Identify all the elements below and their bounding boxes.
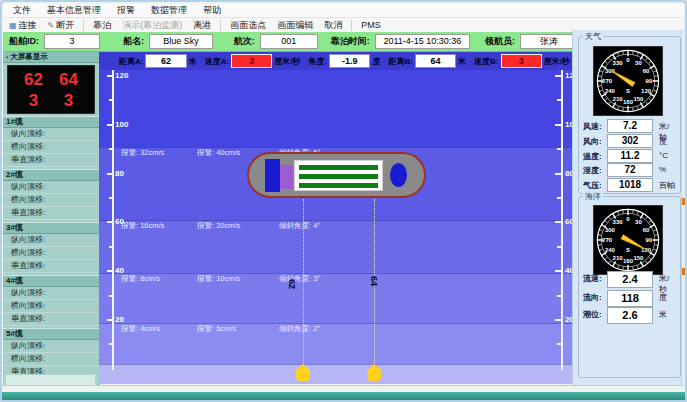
env-row-value[interactable]: 72 xyxy=(607,163,653,177)
ship-bridge-block xyxy=(265,159,280,192)
ship-cargo-hold xyxy=(294,160,383,191)
menu-item[interactable]: 报警 xyxy=(117,4,135,17)
weather-row: 风速: 7.2 米/秒 xyxy=(583,119,677,134)
svg-text:330: 330 xyxy=(613,219,624,225)
pilot-field[interactable]: 张涛 xyxy=(520,34,578,49)
speed-a-unit: 厘米/秒 xyxy=(274,56,300,67)
svg-text:30: 30 xyxy=(635,60,642,66)
env-row-value[interactable]: 11.2 xyxy=(607,149,653,163)
cable-drift-item[interactable]: 横向漂移: xyxy=(3,353,99,366)
svg-text:270: 270 xyxy=(602,78,613,84)
connect-icon: ▦ xyxy=(9,21,17,30)
cable-group-header[interactable]: 1#缆 xyxy=(3,116,99,128)
env-row-value[interactable]: 2.4 xyxy=(607,271,653,288)
axis-tick-label: 80 xyxy=(115,169,124,178)
cable-drift-item[interactable]: 纵向漂移: xyxy=(3,181,99,194)
ship-name-field[interactable]: Blue Sky xyxy=(149,34,213,49)
cable-drift-item[interactable]: 垂直漂移: xyxy=(3,313,99,326)
cable-group-header[interactable]: 5#缆 xyxy=(3,328,99,340)
cable-drift-item[interactable]: 垂直漂移: xyxy=(3,207,99,220)
speed-b-unit: 厘米/秒 xyxy=(544,56,570,67)
env-row-value[interactable]: 1018 xyxy=(607,178,653,192)
toolbar-divider xyxy=(220,20,221,31)
berth-time-field[interactable]: 2011-4-15 10:30:36 xyxy=(375,34,470,49)
distance-a-label: 距离A: xyxy=(119,56,143,67)
depart-button[interactable]: 离港 xyxy=(191,19,213,32)
env-row-value[interactable]: 302 xyxy=(607,134,653,148)
menu-item[interactable]: 数据管理 xyxy=(151,4,187,17)
axis-minor-tick xyxy=(557,295,561,297)
alarm-speed-a-text: 报警: 16cm/s xyxy=(121,221,181,231)
env-row-value[interactable]: 2.6 xyxy=(607,307,653,324)
scrollbar-thumb[interactable] xyxy=(682,268,686,275)
axis-minor-tick xyxy=(109,99,113,101)
cancel-button[interactable]: 取消 xyxy=(322,19,344,32)
angle-label: 角度: xyxy=(309,56,328,67)
ship-info-bar: 船舶ID: 3 船名: Blue Sky 航次: 001 靠泊时间: 2011-… xyxy=(3,32,578,52)
cable-drift-item[interactable]: 纵向漂移: xyxy=(3,287,99,300)
pms-button[interactable]: PMS xyxy=(359,20,383,30)
axis-tick xyxy=(107,270,114,272)
axis-tick-label: 80 xyxy=(565,169,572,178)
svg-text:120: 120 xyxy=(641,88,652,94)
ship-id-field[interactable]: 3 xyxy=(44,34,100,49)
ship-name-label: 船名: xyxy=(123,35,144,48)
cable-drift-item[interactable]: 纵向漂移: xyxy=(3,340,99,353)
cable-drift-item[interactable]: 横向漂移: xyxy=(3,194,99,207)
menu-item[interactable]: 帮助 xyxy=(203,4,221,17)
env-panel: 天气 0306090120150180210240270300330S 风速: … xyxy=(572,30,687,394)
sensor-b-distance-label: 64 xyxy=(369,276,379,286)
axis-minor-tick xyxy=(109,246,113,248)
svg-text:210: 210 xyxy=(613,96,624,102)
svg-text:240: 240 xyxy=(605,247,616,253)
cable-drift-item[interactable]: 垂直漂移: xyxy=(3,154,99,167)
connect-button[interactable]: ▦ 连接 xyxy=(7,19,39,32)
axis-tick xyxy=(555,124,562,126)
env-row-label: 潮位: xyxy=(583,309,602,320)
screen-edit-button[interactable]: 画面编辑 xyxy=(275,19,315,32)
axis-tick xyxy=(107,319,114,321)
weather-row: 风向: 302 度 xyxy=(583,134,677,149)
svg-text:180: 180 xyxy=(623,99,634,105)
alarm-threshold-line: 报警: 16cm/s 报警: 20cm/s 倾斜角度: 4° xyxy=(99,221,320,231)
berth-button[interactable]: 靠泊 xyxy=(91,19,113,32)
ocean-row: 潮位: 2.6 米 xyxy=(583,307,677,322)
env-row-unit: 度 xyxy=(659,292,667,303)
cable-group-header[interactable]: 4#缆 xyxy=(3,275,99,287)
alarm-speed-b-text: 报警: 40cm/s xyxy=(197,148,263,158)
env-row-unit: % xyxy=(659,165,666,174)
svg-text:0: 0 xyxy=(626,216,630,222)
window-bottom-strip xyxy=(2,392,685,400)
display-section-header[interactable]: ▪ 大屏幕显示 xyxy=(3,52,99,63)
env-row-label: 风向: xyxy=(583,136,602,147)
scrollbar-thumb[interactable] xyxy=(682,198,686,205)
cable-group-header[interactable]: 3#缆 xyxy=(3,222,99,234)
wind-direction-gauge: 0306090120150180210240270300330S xyxy=(593,46,663,116)
tilt-angle-text: 倾斜角度: 4° xyxy=(279,221,320,231)
cable-drift-item[interactable]: 横向漂移: xyxy=(3,247,99,260)
band-boundary xyxy=(99,364,572,365)
cable-drift-item[interactable]: 纵向漂移: xyxy=(3,234,99,247)
cable-drift-item[interactable]: 纵向漂移: xyxy=(3,128,99,141)
axis-tick-label: 60 xyxy=(565,217,572,226)
cable-group-header[interactable]: 2#缆 xyxy=(3,169,99,181)
cable-drift-item[interactable]: 横向漂移: xyxy=(3,300,99,313)
menu-item[interactable]: 基本信息管理 xyxy=(47,4,101,17)
right-axis xyxy=(561,70,563,370)
svg-text:30: 30 xyxy=(635,219,642,225)
panel-scrollbar[interactable] xyxy=(681,30,687,394)
voyage-field[interactable]: 001 xyxy=(260,34,318,49)
screen-pick-button[interactable]: 画面选点 xyxy=(228,19,268,32)
svg-text:300: 300 xyxy=(605,227,616,233)
svg-text:0: 0 xyxy=(626,57,630,63)
cable-drift-item[interactable]: 横向漂移: xyxy=(3,141,99,154)
env-row-value[interactable]: 118 xyxy=(607,290,653,307)
disconnect-button[interactable]: ✎ 断开 xyxy=(46,19,77,32)
svg-text:330: 330 xyxy=(613,60,624,66)
disconnect-icon: ✎ xyxy=(48,21,55,30)
ocean-row: 流向: 118 度 xyxy=(583,290,677,305)
axis-tick-label: 20 xyxy=(565,315,572,324)
env-row-value[interactable]: 7.2 xyxy=(607,119,653,133)
cable-drift-item[interactable]: 垂直漂移: xyxy=(3,260,99,273)
menu-item[interactable]: 文件 xyxy=(13,4,31,17)
